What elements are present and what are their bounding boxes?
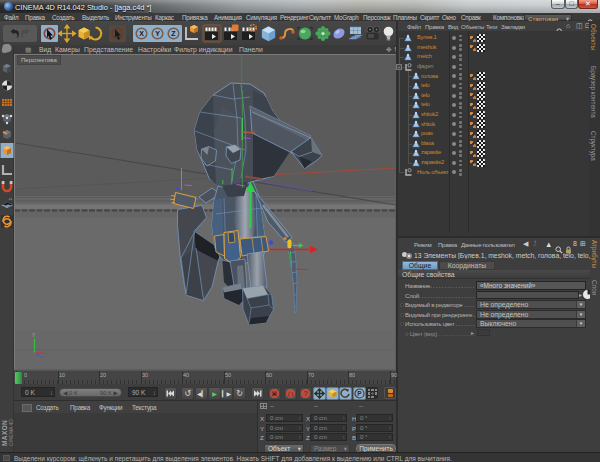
svg-text:X: X [139,30,144,37]
svg-text:Y: Y [155,30,160,37]
svg-text:Z: Z [171,30,176,37]
svg-text:P: P [357,390,362,397]
